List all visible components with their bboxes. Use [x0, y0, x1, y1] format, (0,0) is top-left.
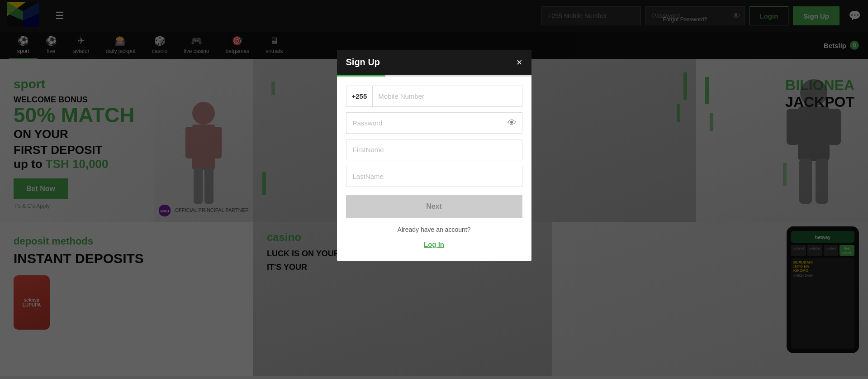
log-in-link[interactable]: Log In	[346, 240, 522, 248]
already-account-text: Already have an account?	[346, 226, 522, 233]
modal-lastname-input[interactable]	[346, 166, 522, 187]
modal-title: Sign Up	[346, 57, 380, 67]
modal-close-button[interactable]: ×	[517, 58, 522, 67]
modal-header: Sign Up ×	[337, 50, 531, 75]
modal-mobile-input[interactable]	[373, 86, 522, 106]
modal-password-wrapper: 👁	[346, 112, 522, 134]
modal-firstname-input[interactable]	[346, 139, 522, 160]
phone-prefix: +255	[346, 86, 373, 106]
modal-password-input[interactable]	[346, 113, 522, 133]
next-button[interactable]: Next	[346, 195, 522, 218]
phone-field-wrapper: +255	[346, 86, 522, 107]
signup-modal: Sign Up × +255 👁 Next	[337, 50, 531, 261]
modal-overlay: Sign Up × +255 👁 Next	[0, 0, 868, 379]
modal-body: +255 👁 Next Already have an account? Log…	[337, 77, 531, 261]
modal-eye-icon[interactable]: 👁	[508, 118, 517, 128]
